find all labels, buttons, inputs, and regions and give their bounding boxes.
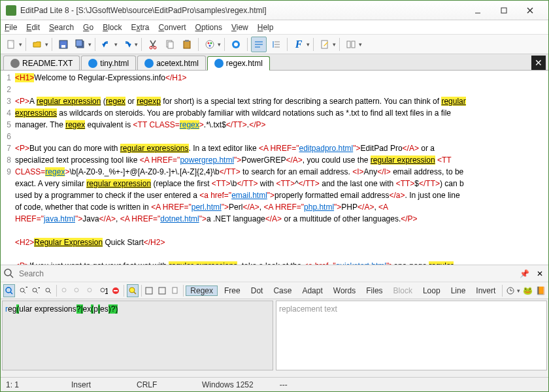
minimize-button[interactable] [465,1,491,20]
line-numbers-icon[interactable] [268,37,284,52]
history-icon[interactable] [505,284,516,297]
words-option[interactable]: Words [329,286,359,295]
file-icon [144,59,154,68]
menu-go[interactable]: Go [83,23,93,32]
copy-matches-icon[interactable] [170,284,180,297]
svg-point-43 [62,288,66,292]
highlight-all-icon[interactable] [43,284,54,297]
menu-extra[interactable]: Extra [131,23,150,32]
menu-block[interactable]: Block [103,23,122,32]
tab-readme[interactable]: README.TXT [3,56,80,70]
regex-mode-button[interactable]: Regex [186,286,218,296]
tab-regex[interactable]: regex.html [207,56,270,71]
save-all-icon[interactable] [73,37,88,52]
palette-icon[interactable] [202,37,218,52]
svg-rect-28 [322,41,327,48]
replace-input-pane[interactable]: replacement text [276,301,547,370]
svg-point-18 [209,44,211,46]
search-bar: 📌 ✕ [1,265,548,282]
wrap-lines-icon[interactable] [251,37,267,52]
svg-point-16 [208,42,210,44]
menu-options[interactable]: Options [195,23,222,32]
replace-all-icon[interactable] [157,284,167,297]
replace-placeholder: replacement text [279,304,337,314]
dot-option[interactable]: Dot [247,286,267,295]
browser-icon[interactable] [228,37,244,52]
close-search-icon[interactable]: ✕ [534,269,546,278]
svg-line-42 [49,291,51,293]
loop-option[interactable]: Loop [419,286,444,295]
favorites-icon[interactable]: 🐸 [523,284,533,297]
replace-icon[interactable] [144,284,155,297]
fold-icon[interactable] [85,284,95,297]
svg-rect-1 [501,8,507,13]
menu-edit[interactable]: Edit [26,23,40,32]
file-icon [10,59,20,68]
tab-bar: README.TXT tiny.html acetext.html regex.… [1,54,548,70]
edit-doc-icon[interactable] [317,37,333,52]
files-option[interactable]: Files [362,286,386,295]
open-file-icon[interactable] [29,37,45,52]
editor[interactable]: 123456789 <H1>Welcome to Regular-Express… [1,70,548,265]
paste-icon[interactable] [179,37,195,52]
tab-tiny[interactable]: tiny.html [81,56,136,70]
find-all-icon[interactable] [59,284,70,297]
status-extra: --- [280,380,319,389]
find-next-icon[interactable]: + [18,284,28,297]
new-file-icon[interactable] [3,37,19,52]
invert-option[interactable]: Invert [472,286,499,295]
maximize-button[interactable] [491,1,517,20]
find-first-icon[interactable] [3,284,15,297]
cut-icon[interactable] [145,37,161,52]
menu-view[interactable]: View [231,23,248,32]
menu-search[interactable]: Search [49,23,74,32]
status-bar: 1: 1 Insert CRLF Windows 1252 --- [1,377,548,391]
font-icon[interactable]: F [291,37,307,52]
count-icon[interactable] [72,284,82,297]
close-button[interactable] [517,1,543,20]
line-option[interactable]: Line [447,286,470,295]
tab-label: README.TXT [22,59,73,68]
svg-rect-54 [173,287,177,293]
menu-convert[interactable]: Convert [159,23,186,32]
main-toolbar: ▾ ▾ ▾ ▾ ▾ ▾ F▾ ▾ ▾ [1,35,548,54]
code-area[interactable]: <H1>Welcome to Regular-Expressions.info<… [14,71,548,265]
menu-file[interactable]: File [5,23,17,32]
svg-rect-13 [184,41,190,48]
case-option[interactable]: Case [269,286,295,295]
copy-icon[interactable] [162,37,178,52]
pin-icon[interactable]: 📌 [520,269,530,278]
tab-acetext[interactable]: acetext.html [137,56,206,70]
search-input[interactable] [19,269,516,278]
compare-icon[interactable] [343,37,359,52]
svg-rect-14 [185,40,189,42]
svg-line-32 [10,275,13,278]
window-title: EditPad Lite 8 - [S:\JGsoftWeb\source\Ed… [20,6,465,15]
regex-input-pane[interactable]: reg(ular expressions?|ex(p|es)?) [2,301,273,370]
svg-point-33 [6,287,11,293]
find-prev-icon[interactable]: - [31,284,41,297]
tab-label: regex.html [226,59,263,68]
svg-point-45 [88,288,92,292]
help-icon[interactable]: 📙 [535,284,546,297]
close-tab-button[interactable]: ✕ [531,56,546,70]
search-toolbar: + - 123 Regex Free Dot Case Adapt Words … [1,282,548,299]
file-icon [214,59,224,68]
redo-icon[interactable] [119,37,135,52]
eol-mode[interactable]: CRLF [137,380,176,389]
highlight-toggle-icon[interactable] [127,284,139,297]
encoding[interactable]: Windows 1252 [202,380,254,389]
undo-icon[interactable] [99,37,114,52]
tab-label: tiny.html [100,59,129,68]
svg-rect-6 [61,45,65,48]
svg-point-20 [234,42,238,46]
free-mode-button[interactable]: Free [220,286,244,295]
insert-mode[interactable]: Insert [71,380,110,389]
cancel-search-icon[interactable] [110,284,121,297]
adapt-option[interactable]: Adapt [298,286,326,295]
save-icon[interactable] [56,37,71,52]
list-icon[interactable]: 123 [98,284,108,297]
svg-text:+: + [25,286,27,292]
search-icon[interactable] [3,268,15,280]
menu-help[interactable]: Help [258,23,274,32]
